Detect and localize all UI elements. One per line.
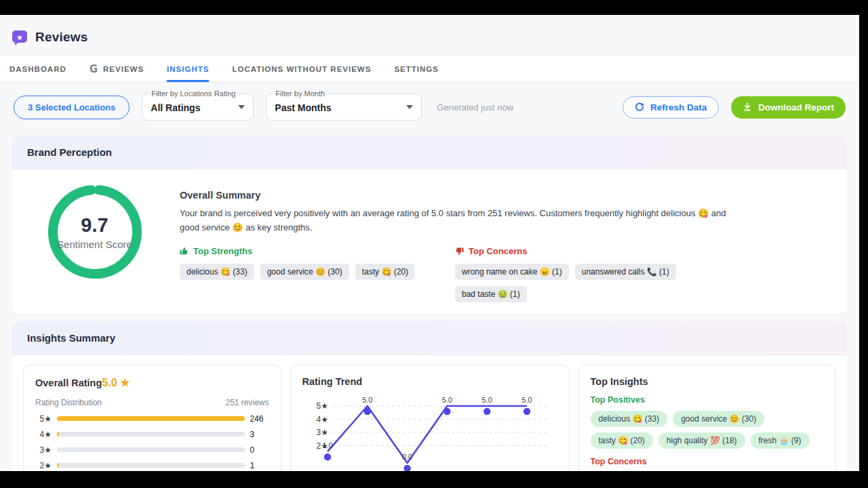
svg-text:1.0: 1.0	[322, 441, 332, 449]
rating-bar	[57, 432, 245, 436]
refresh-data-button[interactable]: Refresh Data	[623, 96, 719, 119]
svg-text:5.0: 5.0	[362, 396, 372, 404]
positive-chip[interactable]: delicious 😋 (33)	[591, 411, 668, 427]
top-concerns-column: Top Concerns wrong name on cake 😠 (1) un…	[455, 246, 730, 302]
brand-perception-section: Brand Perception 9.7 Sentiment Score Ove…	[12, 136, 847, 314]
reviews-app-icon: ★	[11, 28, 28, 46]
overall-rating-title: Overall Rating	[35, 378, 102, 388]
top-concerns-label: Top Concerns	[469, 246, 527, 256]
rating-bar-row: 2★ 1	[35, 461, 269, 470]
rating-bar	[57, 447, 245, 452]
strength-chip[interactable]: good service 😊 (30)	[260, 264, 349, 280]
rating-bar-row: 5★ 246	[35, 414, 269, 424]
top-concerns-label: Top Concerns	[591, 457, 825, 466]
tab-dashboard[interactable]: DASHBOARD	[9, 56, 66, 82]
rating-filter-label: Filter by Locations Rating	[149, 89, 238, 98]
svg-text:0.0: 0.0	[401, 453, 412, 461]
overall-summary-text: Your brand is perceived very positively …	[180, 207, 729, 235]
overall-rating-value: 5.0 ★	[102, 376, 130, 389]
rating-trend-title: Rating Trend	[302, 376, 557, 387]
refresh-icon	[635, 102, 644, 112]
tab-bar: DASHBOARD G REVIEWS INSIGHTS LOCATIONS W…	[0, 56, 859, 83]
rating-bar	[57, 463, 245, 468]
positive-chip[interactable]: good service 😊 (30)	[673, 411, 764, 427]
overall-rating-card: Overall Rating5.0 ★ Rating Distribution …	[23, 365, 281, 471]
svg-text:3★: 3★	[316, 428, 328, 437]
rating-trend-chart: 5★4★3★2★1.05.00.05.05.05.0Feb 25Mar 25Ap…	[302, 392, 557, 471]
thumbs-up-icon	[180, 247, 189, 256]
month-filter-select[interactable]: Filter by Month Past Months	[266, 94, 422, 121]
positive-chip[interactable]: fresh 🧁 (9)	[751, 432, 810, 449]
overall-summary-title: Overall Summary	[180, 190, 829, 201]
svg-text:4★: 4★	[316, 414, 328, 424]
rating-trend-card: Rating Trend 5★4★3★2★1.05.00.05.05.05.0F…	[290, 365, 570, 471]
top-strengths-column: Top Strengths delicious 😋 (33) good serv…	[180, 246, 455, 302]
strength-chip[interactable]: delicious 😋 (33)	[180, 264, 254, 280]
svg-text:★: ★	[16, 33, 23, 42]
concern-chip[interactable]: bad taste 🤢 (1)	[455, 286, 527, 302]
rating-bar-row: 4★ 3	[35, 430, 269, 439]
tab-insights[interactable]: INSIGHTS	[167, 56, 209, 82]
insights-summary-section: Insights Summary Overall Rating5.0 ★ Rat…	[12, 321, 847, 471]
strength-chip[interactable]: tasty 😋 (20)	[355, 264, 415, 280]
rating-distribution-label: Rating Distribution	[35, 398, 102, 407]
concern-chip[interactable]: unanswered calls 📞 (1)	[575, 264, 676, 280]
rating-filter-select[interactable]: Filter by Locations Rating All Ratings	[142, 94, 254, 121]
rating-bar	[57, 416, 245, 421]
brand-perception-title: Brand Perception	[12, 136, 847, 169]
sentiment-score-gauge: 9.7 Sentiment Score	[43, 180, 146, 283]
positive-chip[interactable]: tasty 😋 (20)	[591, 432, 653, 449]
thumbs-down-icon	[455, 247, 464, 256]
app-header: ★ Reviews	[0, 15, 859, 56]
rating-filter-value: All Ratings	[151, 102, 200, 113]
month-filter-value: Past Months	[275, 102, 331, 113]
positive-chip[interactable]: high quality 💯 (18)	[658, 432, 745, 449]
top-strengths-label: Top Strengths	[193, 246, 252, 256]
chevron-down-icon	[238, 105, 245, 109]
tab-settings[interactable]: SETTINGS	[394, 56, 439, 82]
google-g-icon: G	[90, 63, 98, 75]
concern-chip[interactable]: wrong name on cake 😠 (1)	[455, 264, 569, 280]
svg-text:5★: 5★	[316, 401, 328, 411]
page-title: Reviews	[35, 30, 87, 45]
filter-toolbar: 3 Selected Locations Filter by Locations…	[0, 83, 859, 131]
svg-text:5.0: 5.0	[481, 396, 492, 404]
download-icon	[743, 102, 752, 112]
top-insights-title: Top Insights	[591, 376, 825, 387]
sentiment-score-value: 9.7	[81, 214, 108, 237]
top-positives-label: Top Positives	[591, 395, 825, 405]
top-insights-card: Top Insights Top Positives delicious 😋 (…	[578, 365, 837, 471]
selected-locations-button[interactable]: 3 Selected Locations	[14, 96, 130, 119]
chevron-down-icon	[406, 105, 413, 109]
reviews-count-label: 251 reviews	[225, 398, 269, 407]
tab-locations-without-reviews[interactable]: LOCATIONS WITHOUT REVIEWS	[232, 56, 371, 82]
insights-summary-title: Insights Summary	[12, 321, 847, 355]
month-filter-label: Filter by Month	[273, 89, 328, 98]
app-window: ★ Reviews DASHBOARD G REVIEWS INSIGHTS L…	[0, 15, 859, 471]
rating-bar-row: 3★ 0	[35, 445, 269, 455]
svg-text:5.0: 5.0	[441, 396, 452, 404]
generated-timestamp: Generated just now	[437, 102, 513, 113]
tab-reviews[interactable]: G REVIEWS	[90, 56, 144, 82]
svg-text:5.0: 5.0	[521, 396, 532, 404]
sentiment-score-label: Sentiment Score	[57, 239, 132, 250]
download-report-button[interactable]: Download Report	[731, 96, 846, 119]
